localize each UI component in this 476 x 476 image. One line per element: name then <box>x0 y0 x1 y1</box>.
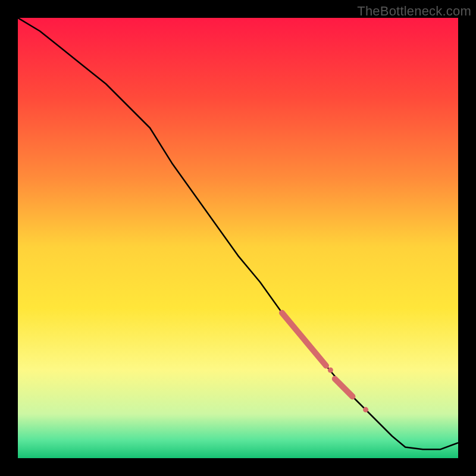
plot-area <box>18 18 458 458</box>
watermark-text: TheBottleneck.com <box>357 4 471 19</box>
bottleneck-curve <box>18 18 458 449</box>
chart-curve-layer <box>18 18 458 458</box>
chart-frame: TheBottleneck.com <box>0 0 476 476</box>
highlight-dot <box>363 407 368 412</box>
highlight-dot <box>328 368 333 373</box>
highlight-segment <box>335 379 353 397</box>
highlight-segment <box>282 313 326 366</box>
